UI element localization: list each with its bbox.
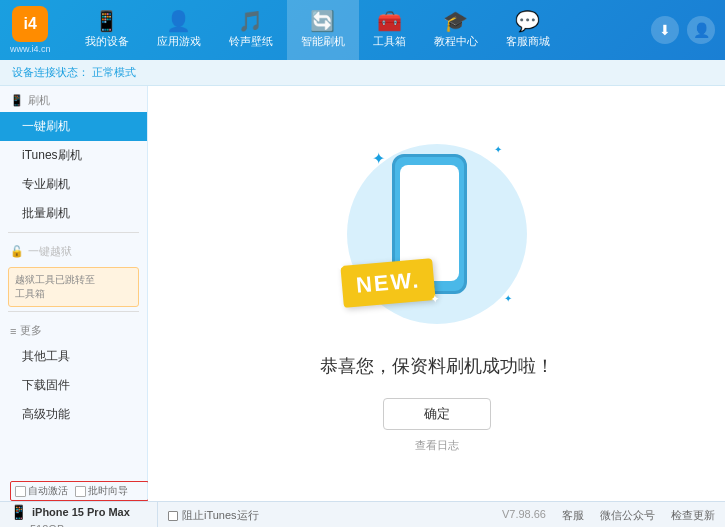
bottom-right: V7.98.66 客服 微信公众号 检查更新 — [502, 508, 715, 523]
sparkle-3: ✦ — [504, 293, 512, 304]
service-icon: 💬 — [515, 11, 540, 31]
sidebar-section-flash: 📱 刷机 — [0, 86, 147, 112]
my-device-icon: 📱 — [94, 11, 119, 31]
more-icon: ≡ — [10, 325, 16, 337]
breadcrumb-status: 正常模式 — [92, 66, 136, 78]
tab-smart-flash[interactable]: 🔄 智能刷机 — [287, 0, 359, 60]
flash-section-icon: 📱 — [10, 94, 24, 107]
auto-activate-label: 自动激活 — [28, 484, 68, 498]
auto-activate-checkbox[interactable]: 自动激活 — [15, 484, 68, 498]
device-info: 📱 iPhone 15 Pro Max — [10, 504, 149, 520]
tab-tutorials[interactable]: 🎓 教程中心 — [420, 0, 492, 60]
sidebar-item-advanced[interactable]: 高级功能 — [0, 400, 147, 429]
customer-service-link[interactable]: 客服 — [562, 508, 584, 523]
bottom-bar: 自动激活 批时向导 📱 iPhone 15 Pro Max 512GB iPho… — [0, 501, 725, 527]
batch-wizard-checkbox[interactable]: 批时向导 — [75, 484, 128, 498]
download-button[interactable]: ⬇ — [651, 16, 679, 44]
user-button[interactable]: 👤 — [687, 16, 715, 44]
main-layout: 📱 刷机 一键刷机 iTunes刷机 专业刷机 批量刷机 🔓 一键越狱 越狱工具… — [0, 86, 725, 501]
toolbox-icon: 🧰 — [377, 11, 402, 31]
tab-toolbox[interactable]: 🧰 工具箱 — [359, 0, 420, 60]
content-area: ✦ ✦ ✦ NEW. 恭喜您，保资料刷机成功啦！ 确定 查看日志 — [148, 86, 725, 501]
itunes-bar: 阻止iTunes运行 — [158, 508, 269, 523]
sidebar-divider-1 — [8, 232, 139, 233]
logo-area: i4 www.i4.cn — [10, 6, 51, 54]
jailbreak-label: 一键越狱 — [28, 244, 72, 259]
sidebar-item-other-tools[interactable]: 其他工具 — [0, 342, 147, 371]
new-badge: NEW. — [340, 258, 436, 308]
tab-ringtones[interactable]: 🎵 铃声壁纸 — [215, 0, 287, 60]
smart-flash-icon: 🔄 — [310, 11, 335, 31]
check-update-link[interactable]: 检查更新 — [671, 508, 715, 523]
sidebar-divider-2 — [8, 311, 139, 312]
tab-service[interactable]: 💬 客服商城 — [492, 0, 564, 60]
batch-wizard-label: 批时向导 — [88, 484, 128, 498]
view-log-link[interactable]: 查看日志 — [415, 438, 459, 453]
device-name: iPhone 15 Pro Max — [32, 506, 130, 518]
wechat-link[interactable]: 微信公众号 — [600, 508, 655, 523]
confirm-button[interactable]: 确定 — [383, 398, 491, 430]
sidebar-item-download-firm[interactable]: 下载固件 — [0, 371, 147, 400]
nav-tabs: 📱 我的设备 👤 应用游戏 🎵 铃声壁纸 🔄 智能刷机 🧰 工具箱 🎓 教程中心… — [71, 0, 651, 60]
logo-text: www.i4.cn — [10, 44, 51, 54]
tab-apps-games[interactable]: 👤 应用游戏 — [143, 0, 215, 60]
sidebar-jailbreak-notice: 越狱工具已跳转至 工具箱 — [8, 267, 139, 307]
tab-my-device-label: 我的设备 — [85, 34, 129, 49]
tab-ringtones-label: 铃声壁纸 — [229, 34, 273, 49]
more-label: 更多 — [20, 323, 42, 338]
sidebar-item-one-click-flash[interactable]: 一键刷机 — [0, 112, 147, 141]
jailbreak-icon: 🔓 — [10, 245, 24, 258]
sidebar-item-itunes-flash[interactable]: iTunes刷机 — [0, 141, 147, 170]
phone-illustration: ✦ ✦ ✦ NEW. — [337, 134, 537, 334]
ringtones-icon: 🎵 — [238, 11, 263, 31]
checkbox-area: 自动激活 批时向导 — [10, 481, 149, 501]
breadcrumb-prefix: 设备连接状态： — [12, 66, 89, 78]
tab-my-device[interactable]: 📱 我的设备 — [71, 0, 143, 60]
device-phone-icon: 📱 — [10, 504, 27, 520]
tutorials-icon: 🎓 — [443, 11, 468, 31]
success-text: 恭喜您，保资料刷机成功啦！ — [320, 354, 554, 378]
header-right: ⬇ 👤 — [651, 16, 715, 44]
sparkle-1: ✦ — [372, 149, 385, 168]
apps-games-icon: 👤 — [166, 11, 191, 31]
flash-section-label: 刷机 — [28, 93, 50, 108]
tab-apps-games-label: 应用游戏 — [157, 34, 201, 49]
tab-smart-flash-label: 智能刷机 — [301, 34, 345, 49]
tab-tutorials-label: 教程中心 — [434, 34, 478, 49]
sidebar-item-batch-flash[interactable]: 批量刷机 — [0, 199, 147, 228]
sidebar-section-more: ≡ 更多 — [0, 316, 147, 342]
tab-service-label: 客服商城 — [506, 34, 550, 49]
logo-icon: i4 — [12, 6, 48, 42]
sparkle-2: ✦ — [494, 144, 502, 155]
batch-wizard-cb[interactable] — [75, 486, 86, 497]
sidebar-section-jailbreak: 🔓 一键越狱 — [0, 237, 147, 263]
sidebar-item-pro-flash[interactable]: 专业刷机 — [0, 170, 147, 199]
auto-activate-cb[interactable] — [15, 486, 26, 497]
breadcrumb: 设备连接状态： 正常模式 — [0, 60, 725, 86]
sidebar: 📱 刷机 一键刷机 iTunes刷机 专业刷机 批量刷机 🔓 一键越狱 越狱工具… — [0, 86, 148, 501]
itunes-checkbox[interactable] — [168, 511, 178, 521]
device-storage: 512GB — [10, 523, 149, 527]
version-text: V7.98.66 — [502, 508, 546, 523]
itunes-label: 阻止iTunes运行 — [182, 508, 259, 523]
header: i4 www.i4.cn 📱 我的设备 👤 应用游戏 🎵 铃声壁纸 🔄 智能刷机… — [0, 0, 725, 60]
tab-toolbox-label: 工具箱 — [373, 34, 406, 49]
